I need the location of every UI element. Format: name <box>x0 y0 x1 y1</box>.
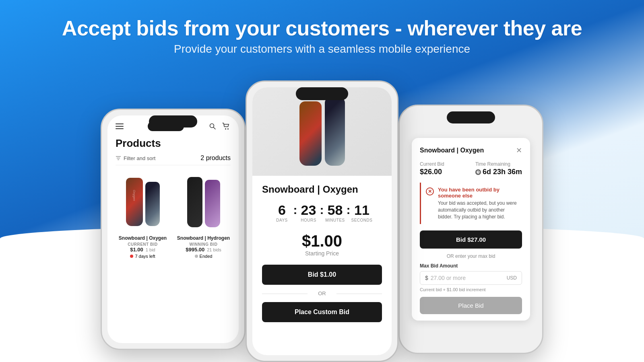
countdown-sep-2: : <box>319 203 325 216</box>
starting-price-section: $1.00 Starting Price <box>262 232 382 257</box>
outbid-content: You have been outbid by someone else You… <box>438 187 517 220</box>
product-name-hydrogen: Snowboard | Hydrogen <box>177 235 230 241</box>
outbid-message: Your bid was accepted, but you were auto… <box>438 200 517 220</box>
middle-product-title: Snowboard | Oxygen <box>262 184 382 195</box>
main-headline: Accept bids from your customers - wherev… <box>0 16 644 40</box>
screen-left: Products Filter and sort 2 products <box>107 115 239 343</box>
countdown-hours: 23 HOURS <box>298 203 319 222</box>
filter-label: Filter and sort <box>124 155 155 161</box>
bid-modal: Snowboard | Oxygen ✕ Current Bid $26.00 … <box>412 138 530 321</box>
product-image-hydrogen <box>180 172 228 232</box>
main-subtitle: Provide your customers with a seamless m… <box>0 43 644 56</box>
cart-icon[interactable] <box>222 122 231 131</box>
middle-product-image <box>252 87 392 176</box>
products-count: 2 products <box>200 154 231 162</box>
phone-left: Products Filter and sort 2 products <box>101 109 246 350</box>
dynamic-island-middle <box>296 87 348 100</box>
status-dot-active <box>130 255 133 258</box>
search-cart-icons <box>208 122 231 131</box>
svg-point-3 <box>227 128 229 130</box>
bid-amount-button[interactable]: Bid $27.00 <box>420 230 522 249</box>
product-status-text-hydrogen: Ended <box>200 254 213 259</box>
product-bids-oxygen: 1 bid <box>146 247 155 252</box>
product-card-oxygen[interactable]: Oxygen Snowboard | Oxygen CURRENT BID $1… <box>116 172 170 259</box>
product-status-oxygen: 7 days left <box>130 254 155 259</box>
svg-line-1 <box>213 127 215 129</box>
or-divider-middle: OR <box>262 290 382 296</box>
snowboard-display <box>299 97 345 166</box>
dynamic-island-right <box>447 111 495 123</box>
dollar-sign: $ <box>425 275 428 281</box>
outbid-title: You have been outbid by someone else <box>438 187 517 199</box>
time-remaining-label: Time Remaining <box>475 161 522 167</box>
screen-right: Snowboard | Oxygen ✕ Current Bid $26.00 … <box>405 111 537 347</box>
header-section: Accept bids from your customers - wherev… <box>0 0 644 68</box>
time-remaining-col: Time Remaining 6d 23h 36m <box>475 161 522 176</box>
current-bid-label: Current Bid <box>420 161 444 167</box>
outbid-icon: ✕ <box>426 187 434 195</box>
clock-icon <box>475 169 481 175</box>
place-bid-button[interactable]: Place Bid <box>420 297 522 314</box>
starting-price-value: $1.00 <box>262 232 382 250</box>
hamburger-icon[interactable] <box>116 123 124 129</box>
countdown-minutes: 58 MINUTES <box>325 203 346 222</box>
current-bid-col: Current Bid $26.00 <box>420 161 444 176</box>
screen-middle: Snowboard | Oxygen 6 DAYS : 23 HOURS : 5… <box>252 87 392 355</box>
board-oxygen-mid <box>299 101 322 166</box>
time-remaining-value: 6d 23h 36m <box>475 168 522 176</box>
product-image-oxygen: Oxygen <box>119 172 167 232</box>
dynamic-island-left <box>149 115 197 128</box>
max-bid-label: Max Bid Amount <box>420 263 522 269</box>
middle-content: Snowboard | Oxygen 6 DAYS : 23 HOURS : 5… <box>252 176 392 330</box>
product-bid-label-hydrogen: WINNING BID <box>190 242 218 247</box>
modal-title: Snowboard | Oxygen <box>420 147 484 154</box>
products-title: Products <box>116 137 231 150</box>
phone-middle: Snowboard | Oxygen 6 DAYS : 23 HOURS : 5… <box>246 80 398 362</box>
countdown-days: 6 DAYS <box>272 203 293 222</box>
product-price-oxygen: $1.00 <box>130 247 143 253</box>
custom-bid-button[interactable]: Place Custom Bid <box>262 302 382 322</box>
product-bid-label-oxygen: CURRENT BID <box>128 242 157 247</box>
countdown-timer: 6 DAYS : 23 HOURS : 58 MINUTES : <box>262 203 382 222</box>
phones-container: Products Filter and sort 2 products <box>0 80 644 362</box>
phone-right: Snowboard | Oxygen ✕ Current Bid $26.00 … <box>398 105 543 354</box>
or-enter-label: OR enter your max bid <box>420 253 522 259</box>
currency-label: USD <box>507 275 517 281</box>
filter-row: Filter and sort 2 products <box>116 154 231 165</box>
max-bid-placeholder: 27.00 or more <box>431 275 507 281</box>
product-bids-hydrogen: 21 bids <box>207 247 221 252</box>
current-bid-value: $26.00 <box>420 168 444 176</box>
product-card-hydrogen[interactable]: Snowboard | Hydrogen WINNING BID $995.00… <box>176 172 231 259</box>
bid-info-row: Current Bid $26.00 Time Remaining <box>420 161 522 176</box>
modal-header: Snowboard | Oxygen ✕ <box>420 146 522 155</box>
starting-price-label: Starting Price <box>262 250 382 257</box>
search-icon[interactable] <box>208 122 217 131</box>
left-content: Products Filter and sort 2 products <box>107 133 239 267</box>
countdown-sep-1: : <box>293 203 298 216</box>
product-name-oxygen: Snowboard | Oxygen <box>119 235 167 241</box>
outbid-notice: ✕ You have been outbid by someone else Y… <box>420 183 522 224</box>
product-price-hydrogen: $995.00 <box>186 247 204 253</box>
max-bid-input-wrapper[interactable]: $ 27.00 or more USD <box>420 271 522 285</box>
products-grid: Oxygen Snowboard | Oxygen CURRENT BID $1… <box>116 172 231 259</box>
bid-now-button-middle[interactable]: Bid $1.00 <box>262 265 382 285</box>
svg-point-2 <box>225 128 226 130</box>
increment-note: Current bid + $1.00 bid increment <box>420 287 522 292</box>
status-dot-ended <box>195 255 198 258</box>
product-status-hydrogen: Ended <box>195 254 213 259</box>
close-icon[interactable]: ✕ <box>516 146 522 155</box>
board-hydrogen-mid <box>325 97 345 166</box>
product-status-text-oxygen: 7 days left <box>135 254 155 259</box>
status-icons-left <box>116 123 124 129</box>
filter-sort-button[interactable]: Filter and sort <box>116 155 155 161</box>
countdown-sep-3: : <box>346 203 351 216</box>
countdown-seconds: 11 SECONDS <box>351 203 373 222</box>
